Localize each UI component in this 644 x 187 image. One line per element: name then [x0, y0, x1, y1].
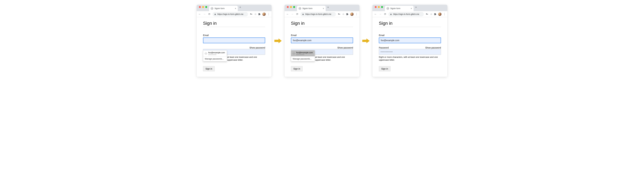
globe-icon: [298, 7, 301, 10]
browser-tab[interactable]: Signin form ×: [209, 6, 238, 11]
reload-button[interactable]: ⟳: [208, 13, 211, 16]
page-content: Sign in Email foo@example.com ••••••••••…: [284, 17, 360, 77]
email-input[interactable]: [291, 38, 353, 43]
back-button[interactable]: ←: [286, 13, 289, 16]
new-tab-button[interactable]: +: [414, 6, 418, 10]
page-heading: Sign in: [203, 21, 265, 26]
email-input[interactable]: [379, 38, 441, 43]
globe-icon: [293, 52, 295, 55]
browser-tab[interactable]: Signin form ×: [297, 6, 326, 11]
window-controls: [374, 6, 384, 10]
show-password-toggle[interactable]: Show password: [250, 46, 265, 49]
tab-title: Signin form: [390, 7, 400, 10]
reload-button[interactable]: ⟳: [296, 13, 298, 16]
extensions-icon[interactable]: [258, 13, 261, 16]
globe-icon: [205, 52, 207, 55]
tab-title: Signin form: [302, 7, 312, 10]
autofill-password-mask: •••••••••••••••: [208, 54, 225, 55]
address-bar[interactable]: https://sign-in-form.glitch.me: [388, 12, 424, 17]
tab-title: Signin form: [214, 7, 224, 10]
new-tab-button[interactable]: +: [326, 6, 330, 10]
close-tab-icon[interactable]: ×: [235, 7, 236, 10]
key-icon[interactable]: [426, 13, 428, 16]
password-hint: Eight or more characters, with at least …: [379, 56, 441, 61]
extensions-icon[interactable]: [346, 13, 348, 16]
close-tab-icon[interactable]: ×: [323, 7, 324, 10]
browser-window-3: Signin form × + ← → ⟳ https://sign-in-fo…: [372, 5, 447, 77]
key-icon[interactable]: [250, 13, 253, 16]
menu-icon[interactable]: ⋮: [355, 13, 358, 16]
globe-icon: [386, 7, 389, 10]
new-tab-button[interactable]: +: [238, 6, 243, 10]
titlebar: Signin form × +: [372, 5, 447, 11]
autofill-suggestion[interactable]: foo@example.com •••••••••••••••: [291, 50, 315, 56]
email-input[interactable]: [203, 38, 265, 43]
menu-icon[interactable]: ⋮: [268, 13, 270, 16]
signin-button[interactable]: Sign in: [379, 66, 390, 71]
globe-icon: [211, 7, 213, 10]
browser-window-1: Signin form × + ← → ⟳ https://sign-in-fo…: [197, 5, 272, 77]
close-tab-icon[interactable]: ×: [411, 7, 412, 10]
minimize-window-button[interactable]: [290, 6, 292, 8]
profile-avatar[interactable]: [350, 13, 354, 16]
password-input[interactable]: •••••••••••••••: [379, 49, 441, 55]
lock-icon: [390, 13, 392, 15]
show-password-toggle[interactable]: Show password: [337, 46, 353, 49]
key-icon[interactable]: [338, 13, 341, 16]
email-label: Email: [379, 34, 441, 37]
star-icon[interactable]: ☆: [430, 13, 432, 16]
close-window-button[interactable]: [199, 6, 201, 8]
close-window-button[interactable]: [375, 6, 376, 8]
close-window-button[interactable]: [287, 6, 289, 8]
address-bar[interactable]: https://sign-in-form.glitch.me: [300, 12, 336, 17]
arrow-icon: [362, 39, 370, 43]
back-button[interactable]: ←: [374, 13, 377, 16]
minimize-window-button[interactable]: [202, 6, 204, 8]
page-content: Sign in Email Password Show password •••…: [372, 17, 447, 77]
email-label: Email: [203, 34, 265, 37]
signin-button[interactable]: Sign in: [291, 66, 302, 71]
page-heading: Sign in: [379, 21, 441, 26]
browser-tab[interactable]: Signin form ×: [385, 6, 414, 11]
url-text: https://sign-in-form.glitch.me: [393, 13, 419, 15]
toolbar-actions: ☆ ⋮: [250, 13, 270, 16]
autofill-suggestion[interactable]: foo@example.com •••••••••••••••: [203, 50, 227, 56]
password-label: Password: [379, 46, 388, 49]
star-icon[interactable]: ☆: [254, 13, 256, 16]
minimize-window-button[interactable]: [378, 6, 380, 8]
toolbar-actions: ☆ ⋮: [426, 13, 446, 16]
star-icon[interactable]: ☆: [342, 13, 344, 16]
extensions-icon[interactable]: [434, 13, 436, 16]
divider: [291, 27, 353, 27]
address-bar[interactable]: https://sign-in-form.glitch.me: [212, 12, 248, 17]
divider: [379, 27, 441, 27]
menu-icon[interactable]: ⋮: [443, 13, 446, 16]
window-controls: [198, 6, 208, 10]
manage-passwords-link[interactable]: Manage passwords...: [291, 57, 315, 61]
manage-passwords-link[interactable]: Manage passwords...: [203, 57, 227, 61]
back-button[interactable]: ←: [198, 13, 201, 16]
lock-icon: [214, 13, 216, 15]
autofill-email: foo@example.com: [208, 52, 225, 54]
autofill-password-mask: •••••••••••••••: [296, 54, 313, 55]
maximize-window-button[interactable]: [381, 6, 383, 8]
page-heading: Sign in: [291, 21, 353, 26]
email-label: Email: [291, 34, 353, 37]
autofill-dropdown: foo@example.com ••••••••••••••• Manage p…: [291, 50, 315, 61]
window-controls: [286, 6, 296, 10]
page-content: Sign in Email foo@example.com ••••••••••…: [197, 17, 272, 77]
profile-avatar[interactable]: [262, 13, 266, 16]
toolbar: ← → ⟳ https://sign-in-form.glitch.me ☆ ⋮: [284, 11, 360, 17]
url-text: https://sign-in-form.glitch.me: [217, 13, 243, 15]
toolbar-actions: ☆ ⋮: [338, 13, 358, 16]
forward-button[interactable]: →: [379, 13, 382, 16]
titlebar: Signin form × +: [284, 5, 360, 11]
maximize-window-button[interactable]: [293, 6, 295, 8]
forward-button[interactable]: →: [203, 13, 206, 16]
profile-avatar[interactable]: [438, 13, 442, 16]
forward-button[interactable]: →: [291, 13, 294, 16]
maximize-window-button[interactable]: [205, 6, 207, 8]
show-password-toggle[interactable]: Show password: [425, 46, 441, 49]
reload-button[interactable]: ⟳: [384, 13, 386, 16]
signin-button[interactable]: Sign in: [203, 66, 215, 71]
